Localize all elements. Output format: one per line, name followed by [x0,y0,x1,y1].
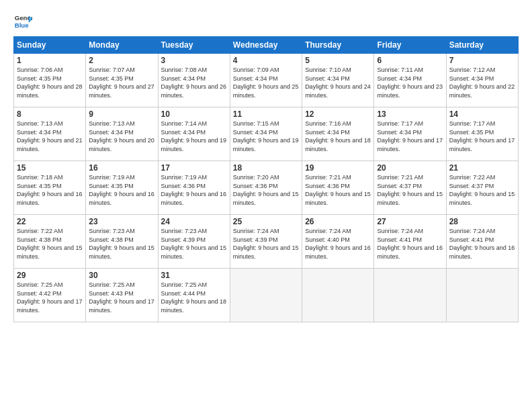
day-info: Sunrise: 7:24 AMSunset: 4:40 PMDaylight:… [305,227,371,261]
day-info: Sunrise: 7:24 AMSunset: 4:39 PMDaylight:… [233,227,299,261]
calendar-cell: 2Sunrise: 7:07 AMSunset: 4:35 PMDaylight… [86,54,158,107]
calendar-cell [230,269,302,322]
day-info: Sunrise: 7:21 AMSunset: 4:37 PMDaylight:… [377,173,443,207]
calendar-cell: 5Sunrise: 7:10 AMSunset: 4:34 PMDaylight… [302,54,374,107]
day-number: 17 [161,163,227,173]
day-number: 20 [377,163,443,173]
calendar-cell: 30Sunrise: 7:25 AMSunset: 4:43 PMDayligh… [86,269,158,322]
calendar-cell [446,269,518,322]
calendar-header-row: SundayMondayTuesdayWednesdayThursdayFrid… [14,37,519,54]
day-number: 19 [305,163,371,173]
day-info: Sunrise: 7:09 AMSunset: 4:34 PMDaylight:… [233,66,299,99]
day-number: 8 [17,109,83,119]
week-row-5: 29Sunrise: 7:25 AMSunset: 4:42 PMDayligh… [14,269,519,322]
calendar-cell: 18Sunrise: 7:20 AMSunset: 4:36 PMDayligh… [230,161,302,215]
calendar-cell: 6Sunrise: 7:11 AMSunset: 4:34 PMDaylight… [374,54,446,107]
logo: General Blue [13,12,35,31]
calendar-table: SundayMondayTuesdayWednesdayThursdayFrid… [13,36,519,322]
day-number: 14 [449,109,515,119]
svg-text:Blue: Blue [15,21,29,29]
calendar-cell: 27Sunrise: 7:24 AMSunset: 4:41 PMDayligh… [374,215,446,269]
day-info: Sunrise: 7:08 AMSunset: 4:34 PMDaylight:… [161,66,227,99]
day-info: Sunrise: 7:07 AMSunset: 4:35 PMDaylight:… [89,66,154,99]
day-info: Sunrise: 7:14 AMSunset: 4:34 PMDaylight:… [161,120,227,153]
week-row-1: 1Sunrise: 7:06 AMSunset: 4:35 PMDaylight… [14,54,519,107]
calendar-cell: 25Sunrise: 7:24 AMSunset: 4:39 PMDayligh… [230,215,302,269]
page: General Blue SundayMondayTuesdayWednesda… [0,0,532,329]
week-row-2: 8Sunrise: 7:13 AMSunset: 4:34 PMDaylight… [14,107,519,161]
week-row-4: 22Sunrise: 7:22 AMSunset: 4:38 PMDayligh… [14,215,519,269]
day-header-saturday: Saturday [446,37,518,54]
calendar-cell: 3Sunrise: 7:08 AMSunset: 4:34 PMDaylight… [158,54,230,107]
calendar-cell: 16Sunrise: 7:19 AMSunset: 4:35 PMDayligh… [86,161,158,215]
calendar-cell: 28Sunrise: 7:24 AMSunset: 4:41 PMDayligh… [446,215,518,269]
day-info: Sunrise: 7:18 AMSunset: 4:35 PMDaylight:… [17,173,83,207]
calendar-cell: 9Sunrise: 7:13 AMSunset: 4:34 PMDaylight… [86,107,158,161]
calendar-cell: 14Sunrise: 7:17 AMSunset: 4:35 PMDayligh… [446,107,518,161]
calendar-cell [374,269,446,322]
day-info: Sunrise: 7:21 AMSunset: 4:36 PMDaylight:… [305,173,371,207]
calendar-cell: 22Sunrise: 7:22 AMSunset: 4:38 PMDayligh… [14,215,86,269]
day-number: 27 [377,217,443,226]
day-number: 7 [449,56,515,65]
day-header-monday: Monday [86,37,158,54]
day-info: Sunrise: 7:17 AMSunset: 4:35 PMDaylight:… [449,120,515,153]
day-number: 28 [449,217,515,226]
day-number: 25 [233,217,299,226]
calendar-cell: 31Sunrise: 7:25 AMSunset: 4:44 PMDayligh… [158,269,230,322]
day-number: 22 [17,217,83,226]
day-number: 31 [161,271,227,280]
day-info: Sunrise: 7:23 AMSunset: 4:38 PMDaylight:… [89,227,154,261]
day-info: Sunrise: 7:12 AMSunset: 4:34 PMDaylight:… [449,66,515,99]
day-info: Sunrise: 7:13 AMSunset: 4:34 PMDaylight:… [17,120,83,153]
calendar-cell: 17Sunrise: 7:19 AMSunset: 4:36 PMDayligh… [158,161,230,215]
day-number: 15 [17,163,83,173]
day-info: Sunrise: 7:17 AMSunset: 4:34 PMDaylight:… [377,120,443,153]
calendar-cell: 4Sunrise: 7:09 AMSunset: 4:34 PMDaylight… [230,54,302,107]
day-info: Sunrise: 7:22 AMSunset: 4:37 PMDaylight:… [449,173,515,207]
day-number: 30 [89,271,154,280]
calendar-cell: 19Sunrise: 7:21 AMSunset: 4:36 PMDayligh… [302,161,374,215]
day-number: 16 [89,163,154,173]
calendar-cell: 7Sunrise: 7:12 AMSunset: 4:34 PMDaylight… [446,54,518,107]
calendar-cell: 15Sunrise: 7:18 AMSunset: 4:35 PMDayligh… [14,161,86,215]
day-info: Sunrise: 7:19 AMSunset: 4:36 PMDaylight:… [161,173,227,207]
calendar-cell [302,269,374,322]
day-number: 21 [449,163,515,173]
calendar-cell: 12Sunrise: 7:16 AMSunset: 4:34 PMDayligh… [302,107,374,161]
calendar-cell: 21Sunrise: 7:22 AMSunset: 4:37 PMDayligh… [446,161,518,215]
calendar-cell: 26Sunrise: 7:24 AMSunset: 4:40 PMDayligh… [302,215,374,269]
header: General Blue [13,12,519,31]
calendar-cell: 20Sunrise: 7:21 AMSunset: 4:37 PMDayligh… [374,161,446,215]
calendar-cell: 24Sunrise: 7:23 AMSunset: 4:39 PMDayligh… [158,215,230,269]
day-number: 18 [233,163,299,173]
calendar-cell: 29Sunrise: 7:25 AMSunset: 4:42 PMDayligh… [14,269,86,322]
day-number: 9 [89,109,154,119]
day-number: 11 [233,109,299,119]
day-info: Sunrise: 7:11 AMSunset: 4:34 PMDaylight:… [377,66,443,99]
day-info: Sunrise: 7:19 AMSunset: 4:35 PMDaylight:… [89,173,154,207]
day-info: Sunrise: 7:13 AMSunset: 4:34 PMDaylight:… [89,120,154,153]
day-number: 26 [305,217,371,226]
day-header-friday: Friday [374,37,446,54]
day-number: 1 [17,56,83,65]
day-info: Sunrise: 7:25 AMSunset: 4:42 PMDaylight:… [17,281,83,314]
day-info: Sunrise: 7:10 AMSunset: 4:34 PMDaylight:… [305,66,371,99]
day-info: Sunrise: 7:24 AMSunset: 4:41 PMDaylight:… [449,227,515,261]
calendar-cell: 8Sunrise: 7:13 AMSunset: 4:34 PMDaylight… [14,107,86,161]
day-info: Sunrise: 7:22 AMSunset: 4:38 PMDaylight:… [17,227,83,261]
day-header-wednesday: Wednesday [230,37,302,54]
day-info: Sunrise: 7:20 AMSunset: 4:36 PMDaylight:… [233,173,299,207]
week-row-3: 15Sunrise: 7:18 AMSunset: 4:35 PMDayligh… [14,161,519,215]
day-number: 29 [17,271,83,280]
day-number: 24 [161,217,227,226]
calendar-body: 1Sunrise: 7:06 AMSunset: 4:35 PMDaylight… [14,54,519,322]
day-number: 13 [377,109,443,119]
calendar-cell: 10Sunrise: 7:14 AMSunset: 4:34 PMDayligh… [158,107,230,161]
day-header-sunday: Sunday [14,37,86,54]
day-number: 23 [89,217,154,226]
logo-icon: General Blue [13,12,32,31]
day-number: 6 [377,56,443,65]
day-info: Sunrise: 7:15 AMSunset: 4:34 PMDaylight:… [233,120,299,153]
day-number: 2 [89,56,154,65]
